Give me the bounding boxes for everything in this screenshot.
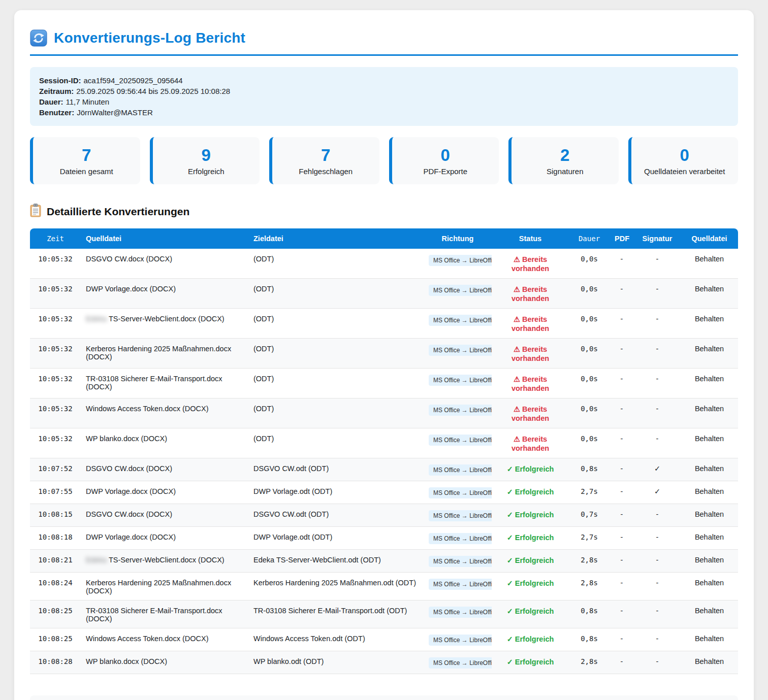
timerange-line: Zeitraum:25.09.2025 09:56:44 bis 25.09.2… — [39, 86, 729, 96]
cell-source-action: Behalten — [681, 527, 738, 550]
cell-signature: - — [634, 309, 681, 339]
cell-signature: - — [634, 573, 681, 601]
cell-pdf: - — [610, 339, 634, 369]
session-id-value: aca1f594_20250925_095644 — [84, 76, 183, 85]
cell-status: ✓ Erfolgreich — [492, 573, 569, 601]
status-badge: ✓ Erfolgreich — [507, 533, 554, 542]
direction-badge: MS Office → LibreOffice — [429, 556, 492, 567]
cell-duration: 0,0s — [569, 339, 610, 369]
redacted-text: Edeka — [86, 556, 109, 564]
cell-pdf: - — [610, 573, 634, 601]
status-badge: ✓ Erfolgreich — [507, 607, 554, 616]
stat-value: 0 — [635, 146, 734, 164]
stat-label: Quelldateien verarbeitet — [635, 167, 734, 176]
cell-signature: - — [634, 339, 681, 369]
cell-duration: 2,8s — [569, 651, 610, 674]
cell-status: ✓ Erfolgreich — [492, 601, 569, 628]
cell-source-file: Windows Access Token.docx (DOCX) — [81, 398, 248, 428]
cell-signature: - — [634, 369, 681, 398]
cell-source-file: Edeka TS-Server-WebClient.docx (DOCX) — [81, 550, 248, 573]
cell-source-file: DSGVO CW.docx (DOCX) — [81, 504, 248, 527]
cell-pdf: - — [610, 504, 634, 527]
table-row: 10:08:24Kerberos Hardening 2025 Maßnahme… — [30, 573, 738, 601]
direction-badge: MS Office → LibreOffice — [429, 464, 492, 476]
cell-target-file: DWP Vorlage.odt (ODT) — [248, 481, 424, 504]
cell-pdf: - — [610, 279, 634, 309]
status-badge: ✓ Erfolgreich — [507, 510, 554, 519]
cell-target-file: WP blanko.odt (ODT) — [248, 651, 424, 674]
cell-direction: MS Office → LibreOffice — [424, 651, 492, 674]
cell-source-action: Behalten — [681, 339, 738, 369]
cell-duration: 0,0s — [569, 279, 610, 309]
status-badge: ⚠ Bereits vorhanden — [504, 435, 557, 453]
cell-source-action: Behalten — [681, 651, 738, 674]
cell-status: ⚠ Bereits vorhanden — [492, 249, 569, 279]
table-row: 10:05:32DSGVO CW.docx (DOCX)(ODT)MS Offi… — [30, 249, 738, 279]
cell-time: 10:08:15 — [30, 504, 81, 527]
column-header-quelldatei: Quelldatei — [81, 228, 248, 249]
cell-pdf: - — [610, 527, 634, 550]
table-row: 10:08:15DSGVO CW.docx (DOCX)DSGVO CW.odt… — [30, 504, 738, 527]
cell-pdf: - — [610, 369, 634, 398]
cell-duration: 0,7s — [569, 504, 610, 527]
table-row: 10:08:21Edeka TS-Server-WebClient.docx (… — [30, 550, 738, 573]
cell-duration: 0,0s — [569, 398, 610, 428]
cell-status: ✓ Erfolgreich — [492, 458, 569, 481]
status-badge: ⚠ Bereits vorhanden — [504, 315, 557, 333]
cell-time: 10:08:21 — [30, 550, 81, 573]
cell-signature: ✓ — [634, 458, 681, 481]
column-header-zeit: Zeit — [30, 228, 81, 249]
stat-card-sources-processed: 0 Quelldateien verarbeitet — [628, 137, 739, 184]
cell-direction: MS Office → LibreOffice — [424, 249, 492, 279]
column-header-signatur: Signatur — [634, 228, 681, 249]
stats-row: 7 Dateien gesamt 9 Erfolgreich 7 Fehlges… — [30, 137, 738, 184]
cell-signature: - — [634, 601, 681, 628]
cell-time: 10:05:32 — [30, 279, 81, 309]
user-line: Benutzer:JörnWalter@MASTER — [39, 107, 729, 118]
table-row: 10:05:32Edeka TS-Server-WebClient.docx (… — [30, 309, 738, 339]
cell-signature: - — [634, 428, 681, 458]
cell-time: 10:05:32 — [30, 309, 81, 339]
cell-direction: MS Office → LibreOffice — [424, 279, 492, 309]
cell-target-file: Windows Access Token.odt (ODT) — [248, 628, 424, 651]
cell-status: ✓ Erfolgreich — [492, 550, 569, 573]
stat-value: 7 — [276, 146, 375, 164]
cell-status: ✓ Erfolgreich — [492, 527, 569, 550]
cell-duration: 2,7s — [569, 481, 610, 504]
cell-time: 10:05:32 — [30, 339, 81, 369]
cell-source-file: DWP Vorlage.docx (DOCX) — [81, 279, 248, 309]
cell-target-file: (ODT) — [248, 428, 424, 458]
direction-badge: MS Office → LibreOffice — [429, 315, 492, 326]
cell-source-file: Kerberos Hardening 2025 Maßnahmen.docx (… — [81, 573, 248, 601]
column-header-pdf: PDF — [610, 228, 634, 249]
clipboard-icon — [30, 204, 41, 219]
direction-badge: MS Office → LibreOffice — [429, 285, 492, 296]
cell-duration: 0,8s — [569, 601, 610, 628]
cell-duration: 0,8s — [569, 458, 610, 481]
stat-label: Signaturen — [516, 167, 615, 176]
cell-target-file: (ODT) — [248, 279, 424, 309]
table-row: 10:05:32Kerberos Hardening 2025 Maßnahme… — [30, 339, 738, 369]
cell-status: ⚠ Bereits vorhanden — [492, 339, 569, 369]
cell-direction: MS Office → LibreOffice — [424, 601, 492, 628]
cell-source-file: WP blanko.docx (DOCX) — [81, 428, 248, 458]
cell-time: 10:05:32 — [30, 249, 81, 279]
direction-badge: MS Office → LibreOffice — [429, 533, 492, 544]
cell-source-file: DSGVO CW.docx (DOCX) — [81, 458, 248, 481]
cell-status: ✓ Erfolgreich — [492, 628, 569, 651]
cell-time: 10:07:55 — [30, 481, 81, 504]
cell-source-file: DWP Vorlage.docx (DOCX) — [81, 527, 248, 550]
cell-time: 10:07:52 — [30, 458, 81, 481]
stat-value: 0 — [396, 146, 495, 164]
cell-target-file: DWP Vorlage.odt (ODT) — [248, 527, 424, 550]
table-row: 10:08:18DWP Vorlage.docx (DOCX)DWP Vorla… — [30, 527, 738, 550]
cell-direction: MS Office → LibreOffice — [424, 309, 492, 339]
status-badge: ⚠ Bereits vorhanden — [504, 345, 557, 363]
direction-badge: MS Office → LibreOffice — [429, 375, 492, 386]
cell-target-file: (ODT) — [248, 398, 424, 428]
cell-time: 10:05:32 — [30, 369, 81, 398]
cell-direction: MS Office → LibreOffice — [424, 550, 492, 573]
stat-card-signatures: 2 Signaturen — [508, 137, 619, 184]
redacted-text: Edeka — [86, 315, 109, 323]
conversions-table: Zeit Quelldatei Zieldatei Richtung Statu… — [30, 228, 738, 674]
